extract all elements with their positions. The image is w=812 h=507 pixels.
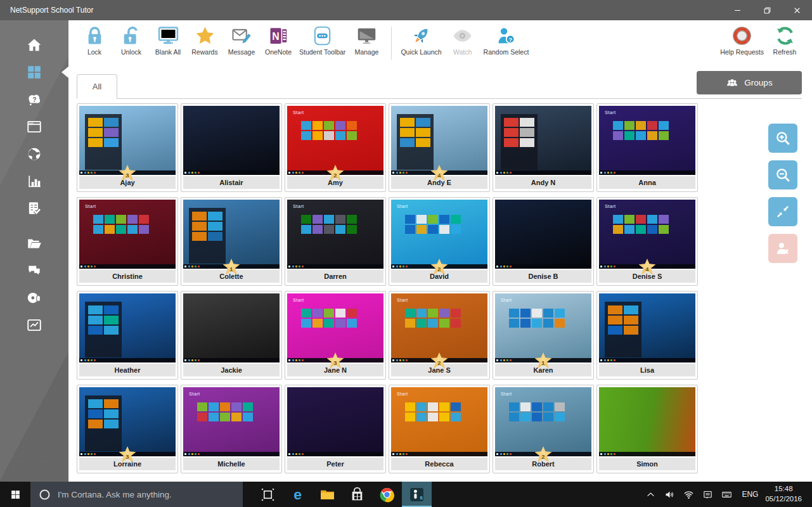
taskbar-app-edge[interactable] — [283, 482, 313, 507]
student-card[interactable]: Peter — [285, 385, 386, 473]
toolbar-help-requests-button[interactable]: Help Requests — [718, 25, 766, 56]
tile-grid — [405, 309, 461, 328]
student-card[interactable]: Lisa — [596, 291, 698, 380]
groups-button[interactable]: Groups — [697, 71, 802, 94]
start-tile — [624, 326, 638, 335]
start-button[interactable] — [0, 482, 30, 507]
toolbar-onenote-button[interactable]: OneNote — [260, 25, 297, 60]
student-card[interactable]: Start4Denise S — [596, 197, 698, 286]
sidebar-item-file-transfer[interactable] — [0, 235, 68, 252]
student-card[interactable]: Jackie — [181, 291, 282, 380]
toolbar-student-toolbar-button[interactable]: Student Toolbar — [297, 25, 348, 60]
clock[interactable]: 15:48 05/12/2016 — [765, 484, 802, 504]
taskbar-app-store[interactable] — [342, 482, 372, 507]
window-minimize-button[interactable] — [723, 0, 752, 20]
start-tile — [555, 309, 565, 318]
toolbar-random-select-button[interactable]: Random Select — [481, 25, 532, 60]
cortana-search-box[interactable]: I'm Cortana. Ask me anything. — [30, 482, 243, 507]
student-screen-thumbnail: Start — [287, 200, 383, 269]
start-tile — [608, 305, 622, 314]
tray-network[interactable] — [679, 489, 698, 500]
language-indicator[interactable]: ENG — [742, 490, 758, 499]
student-card[interactable]: StartAnna — [596, 103, 698, 192]
start-tile — [509, 309, 519, 318]
student-card[interactable]: Start2Amy — [285, 103, 386, 192]
taskbar-app-file-explorer[interactable] — [313, 482, 342, 507]
close-icon — [792, 6, 802, 15]
student-card[interactable]: Andy N — [493, 103, 594, 192]
zoom-in-button[interactable] — [768, 124, 797, 153]
student-screen-thumbnail — [79, 387, 176, 456]
start-tile — [88, 138, 103, 147]
sidebar-item-monitor[interactable] — [0, 64, 68, 80]
start-tile — [608, 326, 622, 335]
sidebar-item-journal[interactable] — [0, 317, 68, 333]
window-title: NetSupport School Tutor — [10, 6, 93, 15]
student-card[interactable]: Start3Jane N — [285, 291, 386, 380]
student-card[interactable]: StartRebecca — [389, 385, 490, 473]
student-card[interactable]: StartChristine — [77, 197, 178, 286]
student-card[interactable]: 1Colette — [181, 197, 282, 286]
toolbar-refresh-button[interactable]: Refresh — [766, 25, 803, 56]
sidebar-item-audio[interactable] — [0, 290, 68, 306]
start-tile — [104, 118, 119, 127]
tab-all[interactable]: All — [77, 74, 117, 99]
sidebar-item-reports[interactable] — [0, 173, 68, 189]
start-tile — [504, 118, 519, 127]
student-card[interactable]: Start2Jane S — [389, 291, 490, 380]
toolbar-blank-all-button[interactable]: Blank All — [150, 25, 186, 60]
student-screen-thumbnail: Start — [599, 106, 695, 175]
toolbar-lock-button[interactable]: Lock — [76, 25, 113, 60]
student-screen-thumbnail: Start — [495, 387, 591, 456]
app-window: NetSupport School Tutor LockUnlockBlank … — [0, 0, 812, 507]
fit-thumbnails-button[interactable] — [768, 197, 797, 226]
start-tile — [555, 402, 565, 411]
zoom-out-button[interactable] — [768, 160, 797, 189]
student-card[interactable]: StartDarren — [285, 197, 386, 286]
toolbar-rewards-button[interactable]: Rewards — [186, 25, 223, 60]
sidebar-item-chat[interactable] — [0, 262, 68, 279]
tray-volume[interactable] — [660, 489, 679, 500]
student-card[interactable]: Alistair — [181, 103, 282, 192]
student-name: Ajay — [79, 176, 176, 189]
sidebar-item-web[interactable] — [0, 146, 68, 162]
window-restore-button[interactable] — [752, 0, 782, 20]
toolbar-message-button[interactable]: Message — [223, 25, 260, 60]
tray-hidden-icons[interactable] — [641, 489, 660, 500]
start-tile — [428, 413, 438, 421]
student-card[interactable]: Start2David — [389, 197, 490, 286]
toolbar-manage-button[interactable]: Manage — [348, 25, 385, 60]
transfer-icon — [26, 235, 42, 252]
start-tile — [220, 402, 230, 411]
screen-taskbar — [287, 264, 383, 269]
sidebar-item-home[interactable] — [0, 37, 68, 53]
screen-taskbar — [599, 452, 695, 456]
student-card[interactable]: 3Ajay — [77, 103, 178, 192]
tray-action-center[interactable] — [698, 489, 717, 500]
window-close-button[interactable] — [782, 0, 812, 20]
start-tile — [231, 402, 242, 411]
student-card[interactable]: 3Lorraine — [77, 385, 178, 473]
tray-touch-keyboard[interactable] — [717, 489, 736, 500]
sidebar-item-show[interactable] — [0, 119, 68, 135]
windows-taskbar: I'm Cortana. Ask me anything. ENG 15:48 … — [0, 482, 812, 507]
taskbar-app-chrome[interactable] — [372, 482, 402, 507]
taskbar-app-netsupport[interactable] — [402, 482, 432, 507]
student-card[interactable]: Start1Karen — [493, 291, 594, 380]
student-card[interactable]: StartMichelle — [181, 385, 282, 473]
student-card[interactable]: Simon — [596, 385, 698, 473]
sidebar-item-qa[interactable] — [0, 91, 68, 108]
toolbar-unlock-label: Unlock — [121, 48, 141, 56]
start-tile — [451, 413, 461, 421]
student-card[interactable]: Heather — [77, 291, 178, 380]
student-card[interactable]: 4Andy E — [389, 103, 490, 192]
student-card[interactable]: Start2Robert — [493, 385, 594, 473]
taskbar-app-task-view[interactable] — [253, 482, 283, 507]
toolbar-unlock-button[interactable]: Unlock — [113, 25, 150, 60]
toolbar-quick-launch-button[interactable]: Quick Launch — [398, 25, 444, 60]
start-tile — [116, 215, 126, 224]
help-requests-icon — [731, 25, 752, 46]
student-card[interactable]: Denise B — [493, 197, 594, 286]
start-tile — [636, 121, 646, 130]
sidebar-item-register[interactable] — [0, 200, 68, 217]
